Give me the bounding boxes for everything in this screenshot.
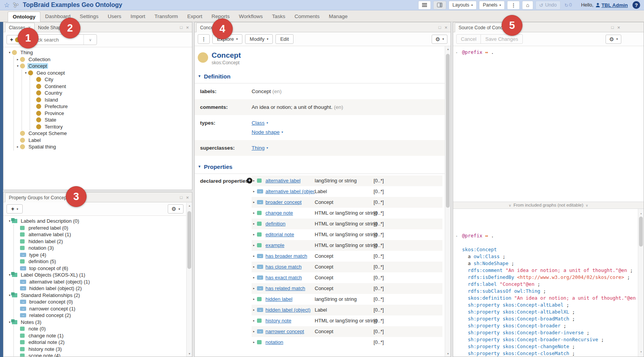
close-icon[interactable]: × [186,195,189,200]
section-properties[interactable]: ▼ Properties [198,163,450,170]
class-tree-item-state[interactable]: State [32,117,192,123]
class-tree-item-country[interactable]: Country [32,90,192,97]
property-group-item-label-objects-skos-xl-1[interactable]: ▾Label Objects (SKOS-XL) (1) [7,272,192,279]
property-group-item-definition-5[interactable]: definition (5) [15,258,192,265]
scroll-down-icon[interactable]: ▾ [638,349,644,355]
property-link-notation[interactable]: notation [265,339,283,345]
list-view-button[interactable] [418,1,431,10]
caret-right-icon[interactable]: ▸ [252,190,257,193]
property-link-has-exact-match[interactable]: has exact match [265,275,302,280]
class-tree-item-continent[interactable]: Continent [32,83,192,90]
property-groups-settings-button[interactable]: ⚙ ▾ [168,204,184,214]
caret-right-icon[interactable]: ▸ [252,330,257,333]
menu-item-ontology[interactable]: Ontology [8,12,40,22]
menu-item-settings[interactable]: Settings [75,12,103,22]
caret-right-icon[interactable]: ▸ [252,276,257,279]
property-groups-scrollbar[interactable]: ▴ ▾ [186,203,192,357]
source-editor-editable[interactable]: ▸@prefix ↔ . [453,46,644,202]
class-tree-item-concept[interactable]: ▾Concept [15,63,192,70]
search-options-dropdown[interactable]: ∨ [83,35,97,45]
maximize-icon[interactable]: □ [439,25,441,30]
menu-item-comments[interactable]: Comments [290,12,324,22]
layouts-button[interactable]: Layouts▾ [449,1,477,10]
property-group-item-preferred-label-0[interactable]: preferred label (0) [15,225,192,232]
class-tree-item-collection[interactable]: ▸Collection [15,56,192,63]
caret-right-icon[interactable]: ▸ [252,340,257,344]
close-icon[interactable]: × [444,25,447,30]
section-definition[interactable]: ▼ Definition [198,73,450,80]
concept-settings-button[interactable]: ⚙ ▾ [432,35,447,44]
property-group-item-broader-concept-0[interactable]: →broader concept (0) [15,299,192,305]
property-link-definition[interactable]: definition [265,221,285,227]
save-changes-button[interactable]: Save Changes [480,34,522,44]
class-tree-item-concept-scheme[interactable]: Concept Scheme [15,130,192,137]
scrollbar-thumb[interactable] [639,217,643,247]
caret-right-icon[interactable]: ▸ [252,179,257,182]
class-tree-item-city[interactable]: City [32,76,192,83]
scroll-up-icon[interactable]: ▴ [187,204,192,207]
value-link-thing[interactable]: Thing [252,145,265,151]
menu-item-import[interactable]: Import [126,12,150,22]
scrollbar-thumb[interactable] [446,54,450,208]
caret-right-icon[interactable]: ▸ [252,287,257,290]
class-tree-item-geo-concept[interactable]: ▾Geo concept [23,70,192,77]
caret-right-icon[interactable]: ▸ [252,233,257,236]
value-link-node-shape[interactable]: Node shape [252,129,280,135]
user-menu-link[interactable]: TBL Admin [596,2,628,8]
caret-down-icon[interactable]: ▾ [7,51,12,54]
fold-caret-icon[interactable]: ▸ [456,49,458,56]
property-group-item-hidden-label-2[interactable]: hidden label (2) [15,238,192,245]
scroll-up-icon[interactable]: ▴ [638,210,644,217]
panel-layout-button[interactable] [433,1,446,10]
class-tree-item-label[interactable]: Label [15,137,192,144]
property-link-alternative-label[interactable]: alternative label [265,178,300,184]
cancel-button[interactable]: Cancel [456,34,481,44]
property-group-item-note-0[interactable]: note (0) [15,325,192,332]
help-button[interactable]: ? [632,1,640,9]
property-link-history-note[interactable]: history note [265,318,291,324]
caret-right-icon[interactable]: ▸ [252,308,257,312]
scroll-down-icon[interactable]: ▾ [445,352,451,355]
property-group-item-editorial-note-2[interactable]: editorial note (2) [15,339,192,346]
caret-down-icon[interactable]: ▾ [15,64,20,68]
caret-right-icon[interactable]: ▸ [252,211,257,215]
property-link-has-related-match[interactable]: has related match [265,285,305,291]
property-group-item-standard-relationships-2[interactable]: ▾Standard Relationships (2) [7,292,192,299]
property-group-item-alternative-label-1[interactable]: alternative label (1) [15,231,192,238]
property-link-has-broader-match[interactable]: has broader match [265,253,307,259]
property-link-has-close-match[interactable]: has close match [265,264,302,270]
property-group-item-alternative-label-object-1[interactable]: →alternative label (object) (1) [15,279,192,285]
caret-right-icon[interactable]: ▸ [252,200,257,204]
property-group-item-related-concept-2[interactable]: →related concept (2) [15,312,192,319]
caret-right-icon[interactable]: ▸ [252,244,257,247]
menu-item-users[interactable]: Users [103,12,126,22]
menu-item-export[interactable]: Export [183,12,207,22]
scrollbar-thumb[interactable] [187,211,191,269]
property-link-example[interactable]: example [265,242,284,248]
home-button[interactable]: ⌂ [522,1,533,10]
property-group-item-change-note-1[interactable]: change note (1) [15,332,192,339]
source-included-scrollbar[interactable]: ▴ ▾ [638,209,644,357]
close-icon[interactable]: × [617,25,620,30]
menu-item-workflows[interactable]: Workflows [234,12,267,22]
class-tree-item-territory[interactable]: Territory [32,123,192,130]
property-group-item-narrower-concept-1[interactable]: →narrower concept (1) [15,305,192,312]
maximize-icon[interactable]: □ [611,25,614,30]
property-group-item-labels-and-description-0[interactable]: ▾Labels and Description (0) [7,218,192,225]
class-tree-item-island[interactable]: Island [32,97,192,103]
property-group-item-type-4[interactable]: →type (4) [15,252,192,259]
value-link-class[interactable]: Class [252,120,265,126]
class-tree-item-prefecture[interactable]: Prefecture [32,103,192,110]
property-link-hidden-label[interactable]: hidden label [265,296,292,302]
property-group-item-hidden-label-object-2[interactable]: →hidden label (object) (2) [15,285,192,292]
close-icon[interactable]: × [186,25,189,30]
add-property-group-button[interactable]: + ▾ [7,204,23,214]
property-link-hidden-label-object[interactable]: hidden label (object) [265,307,310,313]
caret-right-icon[interactable]: ▸ [252,254,257,258]
property-group-item-history-note-3[interactable]: history note (3) [15,346,192,353]
concept-panel-scrollbar[interactable]: ▴ ▾ [445,46,450,357]
property-link-editorial-note[interactable]: editorial note [265,232,294,237]
panels-button[interactable]: Panels▾ [479,1,505,10]
caret-right-icon[interactable]: ▸ [252,222,257,225]
caret-down-icon[interactable]: ▾ [23,71,28,75]
